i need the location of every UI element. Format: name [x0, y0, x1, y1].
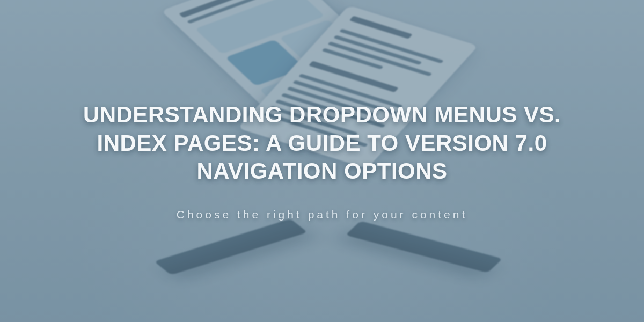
hero-title: UNDERSTANDING DROPDOWN MENUS VS. INDEX P…: [75, 101, 569, 186]
hero-text-block: UNDERSTANDING DROPDOWN MENUS VS. INDEX P…: [0, 0, 644, 322]
hero-subtitle: Choose the right path for your content: [177, 208, 468, 221]
